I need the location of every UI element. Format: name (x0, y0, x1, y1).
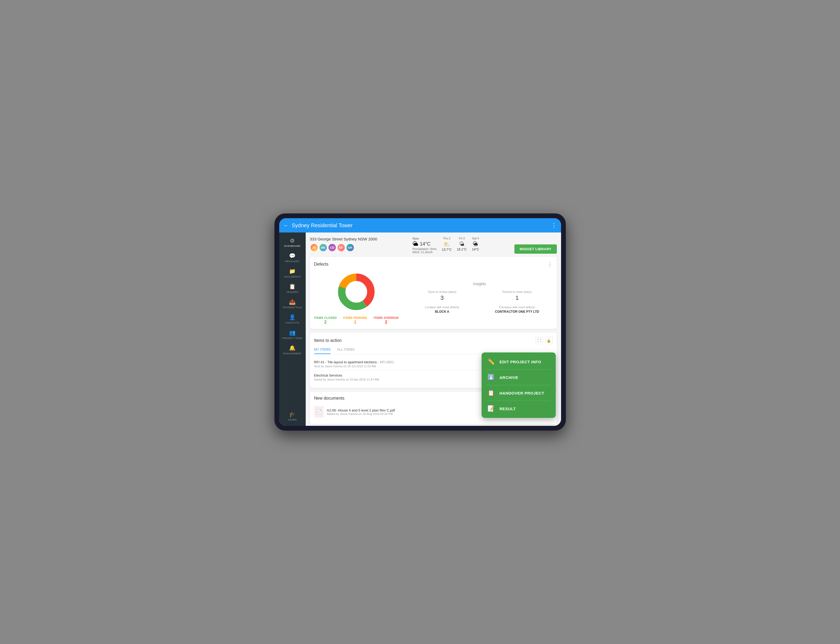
sidebar-item-transmittals[interactable]: 📤 TRANSMITTALS (279, 296, 306, 311)
weather-sat-temp: 14°C (472, 248, 479, 251)
menu-divider-2 (487, 385, 551, 385)
sidebar-item-tenders[interactable]: 📋 TENDERS (279, 281, 306, 296)
legend-closed-label: ITEMS CLOSED (314, 316, 337, 319)
sidebar-label-dashboard: DASHBOARD (284, 245, 301, 247)
legend-overdue: ITEMS OVERDUE 2 (373, 316, 399, 325)
defects-menu-button[interactable]: ⋮ (547, 261, 552, 268)
donut-svg (335, 271, 378, 313)
tab-all-items[interactable]: ALL ITEMS (337, 347, 354, 354)
weather-now: Now 🌥 14°C Precipitation: 0mm Wind: 11.2… (413, 237, 437, 254)
transmittals-icon: 📤 (289, 299, 296, 305)
insight-location: Location with most defects BLOCK A (407, 306, 477, 314)
archive-icon: ⬇️ (487, 374, 495, 381)
weather-sat-label: Sat 4 (472, 237, 479, 240)
action-code-1: - RFI.0001 (378, 360, 394, 364)
expand-button[interactable]: ⛶ (536, 337, 543, 344)
sidebar-item-messages[interactable]: 💬 MESSAGES (279, 250, 306, 265)
result-label: RESULT (500, 406, 516, 411)
weather-sat: Sat 4 🌦 14°C (472, 237, 479, 251)
sidebar: ⊙ DASHBOARD 💬 MESSAGES 📁 DOCUMENTS 📋 TEN… (279, 233, 306, 426)
weather-wind: Wind: 11.2km/h (413, 250, 437, 254)
handover-label: HANDOVER PROJECT (500, 391, 544, 395)
weather-precipitation: Precipitation: 0mm (413, 247, 437, 250)
documents-icon: 📁 (289, 268, 296, 274)
tablet-frame: ← Sydney Residential Tower ⋮ ⊙ DASHBOARD… (275, 214, 566, 430)
insight-open-to-review: Open to review (days) 3 (407, 290, 477, 301)
insights-title: Insights (407, 282, 552, 286)
weather-thu-label: Thu 2 (443, 237, 450, 240)
action-sub-2: Saved by Jason Kamha on 10-Apr-2018 11:4… (314, 378, 379, 381)
doc-name-1: A2.09- House 4 and 5 level 2 plan Rev C.… (327, 408, 508, 412)
pdf-icon: 📄 (316, 409, 322, 415)
legend-overdue-count: 2 (385, 320, 387, 325)
header-info: 333 George Street Sydney NSW 2000 JK AB … (310, 237, 557, 254)
avatar-4: EF (337, 243, 345, 252)
app-title: Sydney Residential Tower (292, 222, 551, 228)
avatar-5: GH (346, 243, 354, 252)
insight-location-value: BLOCK A (435, 310, 449, 314)
weather-fri-temp: 16.1°C (457, 248, 467, 251)
action-info-1: RFI #1 - Tile layout to apartment kitche… (314, 360, 394, 368)
weather-now-temp: 14°C (420, 241, 431, 247)
items-action-header: Items to action ⛶ 🔒 (314, 337, 552, 344)
insights-grid: Open to review (days) 3 Review to close … (407, 290, 552, 314)
avatar-2: AB (319, 243, 327, 252)
sidebar-item-learn[interactable]: 🎓 LEARN (279, 408, 306, 424)
avatar-3: CD (328, 243, 337, 252)
sidebar-item-documents[interactable]: 📁 DOCUMENTS (279, 265, 306, 281)
dashboard-icon: ⊙ (290, 237, 294, 244)
edit-label: EDIT PROJECT INFO (500, 360, 541, 364)
sidebar-item-management[interactable]: 🔔 MANAGEMENT (279, 342, 306, 358)
project-info: 333 George Street Sydney NSW 2000 JK AB … (310, 237, 377, 252)
legend-pending-label: ITEMS PENDING (343, 316, 367, 319)
new-docs-title: New documents (314, 396, 345, 401)
messages-icon: 💬 (289, 253, 296, 259)
handover-icon: 📋 (487, 389, 495, 396)
weather-thu-temp: 13.7°C (442, 248, 452, 251)
menu-divider-3 (487, 401, 551, 401)
defects-chart-area: ITEMS CLOSED 2 ITEMS PENDING 1 ITEMS OVE… (314, 271, 399, 325)
sidebar-label-project-team: PROJECT TEAM (283, 337, 302, 340)
edit-icon: ✏️ (487, 358, 495, 365)
insight-review-close-label: Review to close (days) (503, 290, 532, 293)
sidebar-item-dashboard[interactable]: ⊙ DASHBOARD (279, 235, 306, 250)
contacts-icon: 👤 (289, 314, 296, 320)
floating-edit-project-info[interactable]: ✏️ EDIT PROJECT INFO (482, 355, 556, 369)
insight-company-label: Company with most defects (499, 306, 535, 309)
weather-area: Now 🌥 14°C Precipitation: 0mm Wind: 11.2… (413, 237, 479, 254)
defects-card: Defects ⋮ (310, 257, 557, 329)
floating-archive[interactable]: ⬇️ ARCHIVE (482, 370, 556, 384)
avatar-1: JK (310, 243, 319, 252)
defects-legend: ITEMS CLOSED 2 ITEMS PENDING 1 ITEMS OVE… (314, 316, 399, 325)
defects-title: Defects (314, 262, 329, 267)
weather-now-label: Now (413, 237, 437, 240)
sidebar-label-transmittals: TRANSMITTALS (283, 306, 302, 309)
widget-library-button[interactable]: WIDGET LIBRARY (515, 245, 557, 254)
floating-handover-project[interactable]: 📋 HANDOVER PROJECT (482, 386, 556, 400)
back-button[interactable]: ← (283, 222, 289, 228)
top-bar: ← Sydney Residential Tower ⋮ (279, 218, 561, 233)
defects-card-header: Defects ⋮ (314, 261, 552, 268)
sidebar-item-contacts[interactable]: 👤 CONTACTS (279, 311, 306, 327)
insight-company-value: CONTRACTOR ONE PTY LTD (495, 310, 539, 314)
tab-my-items[interactable]: MY ITEMS (314, 347, 331, 354)
legend-closed-count: 2 (324, 320, 327, 325)
project-team-icon: 👥 (289, 329, 296, 336)
items-action-title: Items to action (314, 338, 342, 343)
action-title-2: Electrical Services (314, 373, 379, 377)
insight-review-to-close: Review to close (days) 1 (482, 290, 552, 301)
tenders-icon: 📋 (289, 283, 296, 290)
floating-result[interactable]: 📝 RESULT (482, 401, 556, 416)
insight-company: Company with most defects CONTRACTOR ONE… (482, 306, 552, 314)
floating-context-menu: ✏️ EDIT PROJECT INFO ⬇️ ARCHIVE 📋 HANDOV… (482, 352, 556, 418)
sidebar-item-project-team[interactable]: 👥 PROJECT TEAM (279, 327, 306, 342)
legend-pending-count: 1 (354, 320, 356, 325)
action-title-1: RFI #1 - Tile layout to apartment kitche… (314, 360, 394, 364)
project-address: 333 George Street Sydney NSW 2000 (310, 237, 377, 241)
more-button[interactable]: ⋮ (551, 222, 557, 229)
items-action-icons: ⛶ 🔒 (536, 337, 552, 344)
weather-now-icon: 🌥 (413, 240, 418, 247)
lock-button[interactable]: 🔒 (545, 337, 552, 344)
weather-fri-label: Fri 3 (459, 237, 465, 240)
tablet-screen: ← Sydney Residential Tower ⋮ ⊙ DASHBOARD… (279, 218, 561, 426)
